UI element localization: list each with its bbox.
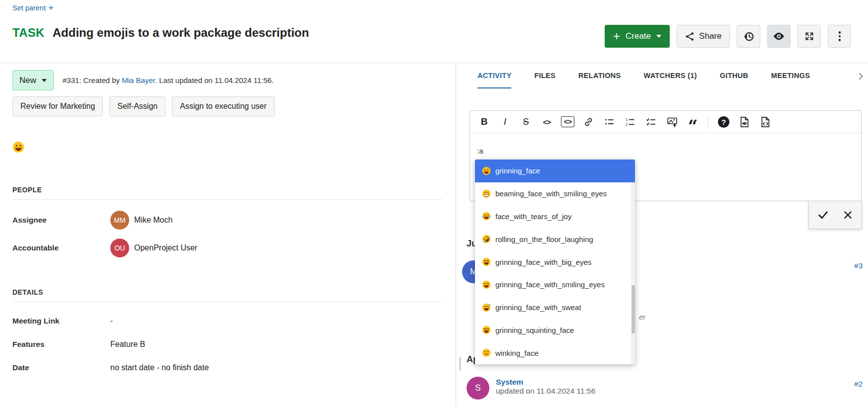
- comment-number-2-link[interactable]: #2: [854, 380, 863, 388]
- work-package-type[interactable]: TASK: [12, 26, 45, 40]
- accountable-label: Accountable: [12, 244, 110, 252]
- tab-relations[interactable]: RELATIONS: [578, 64, 621, 88]
- emoji-option-grinning_face_with_sweat[interactable]: grinning_face_with_sweat: [475, 296, 635, 319]
- italic-icon[interactable]: I: [496, 113, 514, 130]
- date-label: Date: [12, 363, 110, 372]
- status-label: New: [19, 76, 36, 85]
- set-parent-link[interactable]: Set parent +: [12, 4, 54, 12]
- workflow-buttons-row: Review for Marketing Self-Assign Assign …: [12, 96, 456, 116]
- author-link[interactable]: Mia Bayer: [122, 76, 155, 84]
- comment-number-3-link[interactable]: #3: [854, 261, 863, 270]
- bold-icon[interactable]: B: [475, 113, 493, 130]
- dropdown-scrollbar-thumb[interactable]: [631, 285, 635, 333]
- section-divider: [12, 199, 442, 200]
- scroll-edge-mark: [460, 357, 461, 371]
- create-button-label: Create: [626, 31, 651, 41]
- emoji-option-grinning_squinting_face[interactable]: grinning_squinting_face: [475, 319, 635, 342]
- todo-list-icon[interactable]: [642, 113, 660, 130]
- system-avatar[interactable]: S: [467, 377, 489, 400]
- details-section-header: DETAILS: [12, 288, 456, 296]
- link-icon[interactable]: [579, 113, 598, 130]
- section-divider: [12, 302, 442, 302]
- meeting-link-row: Meeting Link -: [12, 317, 442, 325]
- watch-button[interactable]: [767, 25, 790, 48]
- plus-icon: +: [613, 31, 620, 41]
- system-user-link[interactable]: System: [496, 378, 595, 387]
- description-smiley-emoji: [12, 141, 24, 153]
- share-button[interactable]: Share: [677, 25, 730, 48]
- page-title[interactable]: Adding emojis to a work package descript…: [53, 26, 309, 40]
- tab-meetings[interactable]: MEETINGS: [771, 64, 810, 88]
- more-menu-button[interactable]: [828, 25, 851, 48]
- meeting-link-value[interactable]: -: [110, 317, 442, 325]
- tab-watchers[interactable]: WATCHERS (1): [643, 64, 697, 88]
- plus-icon: +: [48, 4, 54, 11]
- workflow-button-review-for-marketing[interactable]: Review for Marketing: [12, 96, 103, 116]
- created-meta-text: #331: Created by Mia Bayer. Last updated…: [63, 76, 274, 84]
- activity-entry-system: S System updated on 11.04.2024 11:56: [467, 377, 595, 400]
- date-row: Date no start date - no finish date: [12, 363, 442, 372]
- date-value[interactable]: no start date - no finish date: [110, 363, 442, 372]
- fullscreen-button[interactable]: [797, 25, 821, 48]
- preview-icon[interactable]: [735, 113, 754, 130]
- header-actions: + Create Share: [605, 25, 851, 48]
- history-clock-icon: [743, 31, 754, 42]
- caret-down-icon: [42, 79, 47, 82]
- sweat-emoji-icon: [482, 303, 491, 312]
- squinting-emoji-icon: [482, 325, 491, 334]
- markdown-source-icon[interactable]: [756, 113, 775, 130]
- bulleted-list-icon[interactable]: [600, 113, 619, 130]
- emoji-option-grinning_face_with_big_eyes[interactable]: grinning_face_with_big_eyes: [475, 250, 635, 273]
- work-package-title-row: TASK Adding emojis to a work package des…: [12, 26, 309, 40]
- emoji-option-winking_face[interactable]: winking_face: [475, 341, 635, 364]
- share-button-label: Share: [699, 31, 721, 41]
- workflow-button-self-assign[interactable]: Self-Assign: [109, 96, 165, 116]
- tab-github[interactable]: GITHUB: [720, 64, 748, 88]
- tab-files[interactable]: FILES: [534, 64, 555, 88]
- accountable-value[interactable]: OU OpenProject User: [110, 239, 442, 257]
- emoji-option-grinning_face[interactable]: grinning_face: [475, 160, 635, 182]
- meta-suffix: . Last updated on 11.04.2024 11:56.: [155, 76, 274, 84]
- assignee-row: Assignee MM Mike Moch: [12, 211, 442, 230]
- assignee-name: Mike Moch: [134, 216, 172, 225]
- emoji-option-face_with_tears_of_joy[interactable]: face_with_tears_of_joy: [475, 205, 635, 228]
- insert-image-icon[interactable]: [663, 113, 681, 130]
- status-dropdown-button[interactable]: New: [12, 70, 54, 90]
- assignee-value[interactable]: MM Mike Moch: [110, 211, 442, 230]
- avatar: MM: [110, 211, 129, 230]
- page-header: Set parent + TASK Adding emojis to a wor…: [0, 0, 868, 63]
- help-icon[interactable]: ?: [714, 113, 733, 130]
- features-label: Features: [12, 340, 110, 349]
- create-button[interactable]: + Create: [605, 25, 670, 48]
- emoji-option-rolling_on_the_floor_laughing[interactable]: rolling_on_the_floor_laughing: [475, 228, 635, 250]
- inline-code-icon[interactable]: <>: [538, 113, 556, 130]
- strikethrough-icon[interactable]: S: [517, 113, 535, 130]
- set-parent-label: Set parent: [12, 4, 46, 12]
- people-section-header: PEOPLE: [12, 186, 456, 194]
- tabs-overflow-chevron-icon[interactable]: [858, 72, 864, 81]
- features-row: Features Feature B: [12, 340, 442, 349]
- svg-text:1: 1: [626, 117, 628, 122]
- workflow-button-assign-to-executing-user[interactable]: Assign to executing user: [172, 96, 274, 116]
- dropdown-scrollbar-track[interactable]: [631, 182, 635, 364]
- baseline-history-button[interactable]: [737, 25, 760, 48]
- meta-prefix: #331: Created by: [63, 76, 122, 84]
- activity-text-fragment: er: [639, 313, 645, 321]
- code-block-icon[interactable]: <>: [558, 113, 577, 130]
- features-value[interactable]: Feature B: [110, 340, 442, 349]
- tab-activity[interactable]: ACTIVITY: [477, 64, 511, 88]
- save-comment-button[interactable]: [812, 205, 833, 226]
- smiling-eyes-emoji-icon: [482, 280, 491, 289]
- block-quote-icon[interactable]: “: [684, 113, 702, 130]
- activity-entry-meta: updated on 11.04.2024 11:56: [496, 387, 595, 395]
- editor-confirm-box: [808, 201, 862, 229]
- cancel-comment-button[interactable]: [837, 205, 858, 226]
- expand-arrows-icon: [804, 31, 814, 41]
- accountable-name: OpenProject User: [134, 244, 197, 252]
- emoji-option-beaming_face_with_smiling_eyes[interactable]: beaming_face_with_smiling_eyes: [475, 182, 635, 205]
- emoji-option-grinning_face_with_smiling_eyes[interactable]: grinning_face_with_smiling_eyes: [475, 273, 635, 296]
- meeting-link-label: Meeting Link: [12, 317, 110, 325]
- numbered-list-icon[interactable]: 12: [621, 113, 639, 130]
- kebab-menu-icon: [839, 31, 841, 41]
- accountable-row: Accountable OU OpenProject User: [12, 239, 442, 257]
